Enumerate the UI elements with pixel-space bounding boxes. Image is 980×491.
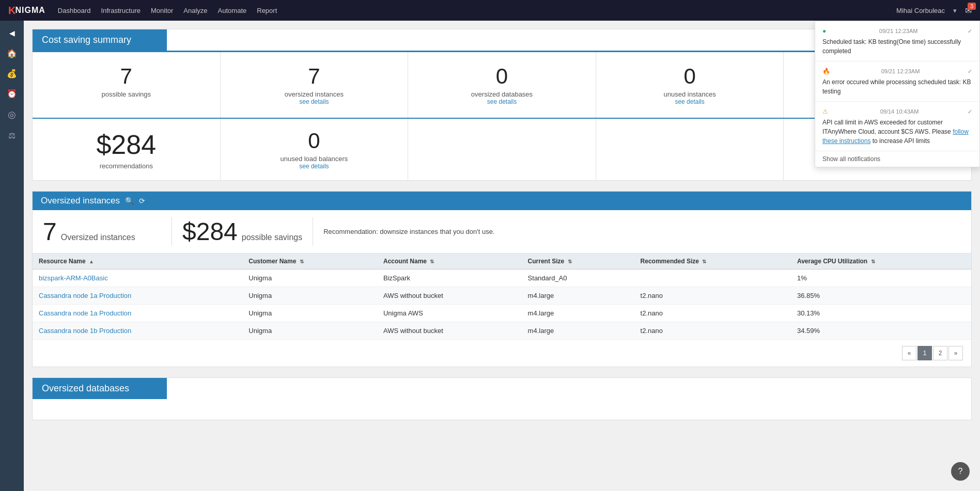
help-button[interactable]: ? — [951, 462, 970, 481]
sort-cpu-icon[interactable]: ⇅ — [871, 259, 875, 264]
table-row: bizspark-ARM-A0Basic Unigma BizSpark Sta… — [33, 270, 971, 287]
user-chevron[interactable]: ▾ — [953, 7, 957, 14]
cost-cell-unused-lb: 0 unused load balancers see details — [221, 119, 409, 180]
possible-savings-number: 7 — [41, 65, 212, 88]
savings-label: possible savings — [242, 233, 302, 242]
unused-instances-label: unused instances — [604, 90, 775, 98]
notif-1-time: 09/21 12:23AM — [879, 27, 918, 36]
row-1-current-size: Standard_A0 — [522, 270, 634, 287]
cost-cell-empty-2 — [596, 119, 784, 180]
notif-1-check: ✓ — [968, 27, 972, 36]
sort-current-size-icon[interactable]: ⇅ — [568, 259, 572, 264]
refresh-icon[interactable]: ⟳ — [139, 197, 145, 205]
topnav: K NIGMA Dashboard Infrastructure Monitor… — [0, 0, 980, 21]
page-2[interactable]: 2 — [933, 346, 947, 360]
row-3-recommended-size: t2.nano — [634, 305, 791, 322]
page-next[interactable]: » — [948, 346, 963, 360]
logo-name: NIGMA — [15, 6, 45, 15]
row-3-customer: Unigma — [242, 305, 377, 322]
oversized-instances-number: 7 — [229, 65, 400, 88]
oversized-databases-header: Oversized databases — [33, 378, 167, 399]
oversized-databases-section: Oversized databases — [32, 377, 972, 420]
col-cpu: Average CPU Utilization ⇅ — [791, 254, 971, 270]
page-prev[interactable]: « — [902, 346, 916, 360]
instances-summary-bar: 7 Oversized instances $284 possible savi… — [33, 210, 971, 254]
cost-cell-unused-instances: 0 unused instances see details — [596, 52, 784, 118]
row-1-customer: Unigma — [242, 270, 377, 287]
row-2-customer: Unigma — [242, 287, 377, 305]
row-1-account: BizSpark — [377, 270, 522, 287]
cost-saving-title: Cost saving summary — [42, 35, 131, 45]
notification-bell[interactable]: ✉ 3 — [965, 6, 972, 15]
row-3-resource[interactable]: Cassandra node 1a Production — [39, 309, 131, 317]
nav-report[interactable]: Report — [257, 7, 277, 14]
instances-count-label: Oversized instances — [61, 233, 135, 242]
sidebar-toggle[interactable]: ◀ — [5, 25, 19, 41]
possible-savings-label: possible savings — [41, 90, 212, 98]
notif-2-message: An error occured while processing schedu… — [822, 78, 971, 95]
sidebar-item-home[interactable]: 🏠 — [0, 43, 24, 64]
user-menu[interactable]: Mihai Corbuleac — [896, 7, 945, 14]
table-row: Cassandra node 1a Production Unigma AWS … — [33, 287, 971, 305]
topnav-right: Mihai Corbuleac ▾ ✉ 3 — [896, 6, 972, 15]
unused-instances-link[interactable]: see details — [604, 98, 775, 105]
notif-3-message: API call limit in AWS exceeded for custo… — [822, 119, 969, 145]
row-4-customer: Unigma — [242, 322, 377, 340]
pagination: « 1 2 » — [33, 340, 971, 367]
row-2-cpu: 36.85% — [791, 287, 971, 305]
notif-count: 3 — [968, 3, 976, 10]
row-2-account: AWS without bucket — [377, 287, 522, 305]
nav-automate[interactable]: Automate — [218, 7, 247, 14]
circle-icon: ◎ — [8, 109, 16, 120]
row-1-recommended-size — [634, 270, 791, 287]
show-all-notifications[interactable]: Show all notifications — [815, 151, 979, 167]
notif-2-check: ✓ — [968, 67, 972, 76]
sort-resource-icon[interactable]: ▲ — [89, 259, 94, 264]
instances-count-block: 7 Oversized instances — [43, 217, 172, 246]
notif-item-3: ⚠ 09/14 10:43AM ✓ API call limit in AWS … — [815, 102, 979, 151]
sidebar-item-schedule[interactable]: ⏰ — [0, 84, 24, 104]
oversized-instances-link[interactable]: see details — [229, 98, 400, 105]
cost-cell-recommendations: $284 recommendations — [33, 119, 221, 180]
sidebar-item-circle[interactable]: ◎ — [0, 104, 24, 125]
unused-lb-label: unused load balancers — [229, 155, 400, 163]
unused-lb-link[interactable]: see details — [229, 163, 400, 170]
oversized-databases-link[interactable]: see details — [416, 98, 587, 105]
nav-dashboard[interactable]: Dashboard — [58, 7, 91, 14]
sidebar-item-balance[interactable]: ⚖ — [0, 125, 24, 146]
recommendations-label: recommendations — [41, 162, 212, 170]
recommendations-number: $284 — [96, 130, 156, 160]
row-2-current-size: m4.large — [522, 287, 634, 305]
oversized-instances-header: Oversized instances 🔍 ⟳ — [33, 192, 971, 210]
col-current-size: Current Size ⇅ — [522, 254, 634, 270]
row-4-resource[interactable]: Cassandra node 1b Production — [39, 327, 131, 335]
notif-2-icon: 🔥 — [822, 67, 833, 76]
balance-icon: ⚖ — [8, 131, 15, 140]
unused-lb-number: 0 — [229, 129, 400, 153]
sidebar-item-cost[interactable]: 💰 — [0, 64, 24, 84]
oversized-instances-label: oversized instances — [229, 90, 400, 98]
row-2-resource[interactable]: Cassandra node 1a Production — [39, 292, 131, 299]
nav-infrastructure[interactable]: Infrastructure — [101, 7, 141, 14]
home-icon: 🏠 — [7, 49, 17, 58]
col-resource-name: Resource Name ▲ — [33, 254, 242, 270]
row-4-account: AWS without bucket — [377, 322, 522, 340]
notif-1-message: Scheduled task: KB testing(One time) suc… — [822, 38, 961, 55]
nav-analyze[interactable]: Analyze — [183, 7, 207, 14]
oversized-databases-title: Oversized databases — [42, 383, 129, 393]
notif-3-link[interactable]: follow these instructions — [822, 128, 969, 145]
page-1[interactable]: 1 — [917, 346, 932, 360]
cost-cell-possible-savings: 7 possible savings — [33, 52, 221, 118]
notif-3-check: ✓ — [968, 107, 972, 116]
unused-instances-number: 0 — [604, 65, 775, 88]
sort-account-icon[interactable]: ⇅ — [430, 259, 434, 264]
search-icon[interactable]: 🔍 — [125, 197, 134, 205]
savings-amount: $284 — [182, 217, 238, 246]
nav-monitor[interactable]: Monitor — [151, 7, 173, 14]
row-1-resource[interactable]: bizspark-ARM-A0Basic — [39, 274, 108, 282]
table-row: Cassandra node 1b Production Unigma AWS … — [33, 322, 971, 340]
sort-customer-icon[interactable]: ⇅ — [300, 259, 304, 264]
logo-letter: K — [8, 5, 15, 17]
recommendation-text: Recommendation: downsize instances that … — [323, 228, 961, 235]
sort-recommended-size-icon[interactable]: ⇅ — [702, 259, 706, 264]
